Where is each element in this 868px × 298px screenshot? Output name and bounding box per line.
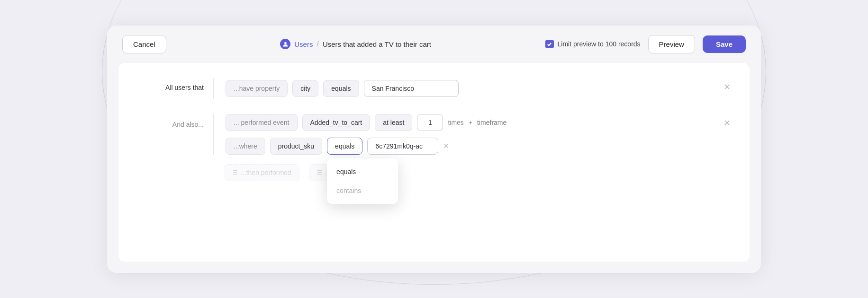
condition2-label: And also... <box>137 114 213 128</box>
where-row: ...where product_sku equals equals conta… <box>226 138 716 155</box>
condition2-inner: ... performed event Added_tv_to_cart at … <box>226 114 716 155</box>
dropdown-item-equals[interactable]: equals <box>327 162 398 181</box>
where-label-pill[interactable]: ...where <box>226 138 265 155</box>
limit-label: Limit preview to 100 records <box>558 40 641 48</box>
plus-icon: + <box>469 119 472 126</box>
timeframe-button[interactable]: timeframe <box>477 119 506 126</box>
where-close-icon[interactable]: ✕ <box>443 141 449 150</box>
event-row: ... performed event Added_tv_to_cart at … <box>226 114 716 131</box>
modal-header: Cancel Users / Users that added a TV to … <box>107 26 761 63</box>
limit-preview-control[interactable]: Limit preview to 100 records <box>545 40 641 48</box>
event-frequency-pill[interactable]: at least <box>375 114 412 131</box>
svg-point-0 <box>284 42 287 44</box>
condition-row-1: All users that ...have property city equ… <box>137 78 731 99</box>
where-property-pill[interactable]: product_sku <box>270 138 322 155</box>
condition1-type-pill[interactable]: ...have property <box>226 80 288 97</box>
filter2-icon: ☰ <box>317 169 322 176</box>
event-times-label: times <box>448 119 463 126</box>
event-type-pill[interactable]: ... performed event <box>226 114 298 131</box>
where-value-pill[interactable]: 6c7291mk0q-ac <box>367 138 438 155</box>
event-count-input[interactable] <box>417 114 443 131</box>
ghost-row: ☰ ...then performed ☰ ...then did <box>225 164 731 181</box>
condition1-label: All users that <box>137 78 213 91</box>
limit-checkbox[interactable] <box>545 40 554 48</box>
save-button[interactable]: Save <box>703 35 746 53</box>
cancel-button[interactable]: Cancel <box>122 35 166 53</box>
dropdown-item-contains[interactable]: contains <box>327 181 398 200</box>
condition-row-2: And also... ... performed event Added_tv… <box>137 114 731 155</box>
condition1-value-pill[interactable]: San Francisco <box>364 80 459 97</box>
breadcrumb-title: Users that added a TV to their cart <box>323 40 431 48</box>
condition2-divider <box>213 114 214 155</box>
then-performed-label: ...then performed <box>241 169 291 176</box>
operator-dropdown: equals contains <box>327 158 398 204</box>
preview-button[interactable]: Preview <box>648 35 695 53</box>
event-name-pill[interactable]: Added_tv_to_cart <box>302 114 371 131</box>
breadcrumb-separator: / <box>316 40 318 48</box>
condition1-close-icon[interactable]: ✕ <box>723 78 731 92</box>
breadcrumb: Users / Users that added a TV to their c… <box>174 39 538 49</box>
where-operator-pill[interactable]: equals <box>327 138 362 155</box>
condition1-operator-pill[interactable]: equals <box>323 80 359 97</box>
main-content: All users that ...have property city equ… <box>118 63 750 262</box>
modal-container: Cancel Users / Users that added a TV to … <box>107 26 761 273</box>
condition2-close-icon[interactable]: ✕ <box>723 114 731 128</box>
condition1-divider <box>213 78 214 99</box>
then-performed-pill[interactable]: ☰ ...then performed <box>225 164 299 181</box>
filter-icon: ☰ <box>233 169 238 176</box>
users-icon <box>280 39 290 49</box>
header-right: Limit preview to 100 records Preview Sav… <box>545 35 746 53</box>
breadcrumb-users: Users <box>294 40 313 48</box>
where-operator-wrapper: equals equals contains <box>327 138 362 155</box>
condition1-property-pill[interactable]: city <box>292 80 318 97</box>
condition1-content: ...have property city equals San Francis… <box>226 78 716 97</box>
